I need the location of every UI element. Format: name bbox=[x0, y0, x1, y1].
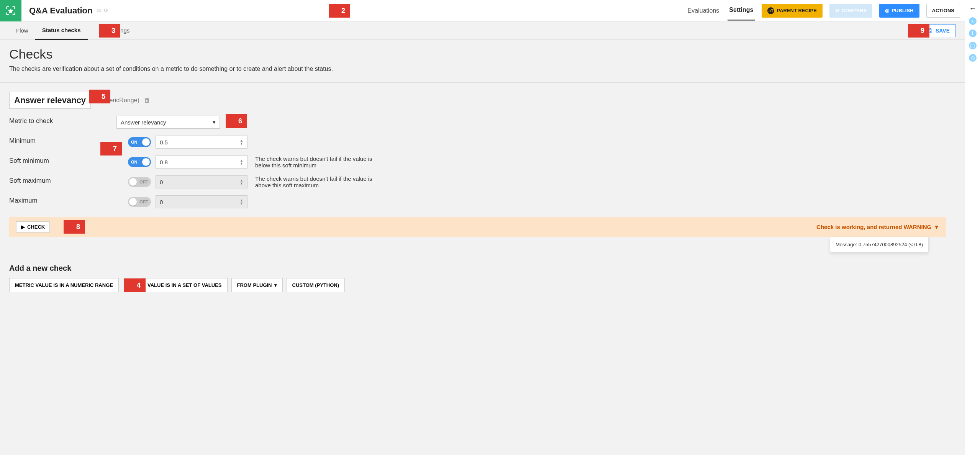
max-label: Maximum bbox=[9, 195, 109, 205]
subtabs: Flow Status checks settings SAVE 3 9 bbox=[0, 21, 965, 40]
max-input: 0▲▼ bbox=[156, 195, 247, 208]
back-icon[interactable]: ← bbox=[969, 5, 976, 13]
save-label: SAVE bbox=[936, 28, 950, 34]
add-icon[interactable]: ＋ bbox=[969, 17, 977, 25]
run-check-button[interactable]: ▶CHECK bbox=[16, 221, 50, 232]
app-logo bbox=[0, 0, 21, 21]
subtab-status-checks[interactable]: Status checks bbox=[35, 21, 88, 40]
callout-3: 3 bbox=[107, 24, 120, 38]
caret-down-icon: ▾ bbox=[274, 282, 277, 288]
callout-9: 9 bbox=[916, 24, 929, 38]
callout-4: 4 bbox=[132, 278, 146, 292]
nav-evaluations[interactable]: Evaluations bbox=[686, 1, 721, 20]
add-custom-python-button[interactable]: CUSTOM (PYTHON) bbox=[287, 278, 345, 292]
add-numeric-range-button[interactable]: METRIC VALUE IS IN A NUMERIC RANGE bbox=[9, 278, 119, 292]
callout-8: 8 bbox=[71, 220, 85, 234]
run-check-label: CHECK bbox=[27, 224, 45, 230]
compare-label: COMPARE bbox=[842, 8, 867, 13]
nav-settings[interactable]: Settings bbox=[728, 0, 755, 21]
add-from-plugin-button[interactable]: FROM PLUGIN ▾ bbox=[231, 278, 283, 292]
content: Checks The checks are verification about… bbox=[0, 40, 965, 455]
check-name-input[interactable]: Answer relevancy bbox=[9, 92, 91, 109]
add-new-heading: Add a new check bbox=[9, 264, 955, 273]
stepper-icon[interactable]: ▲▼ bbox=[240, 159, 243, 165]
callout-6: 6 bbox=[233, 114, 247, 128]
callout-2: 2 bbox=[336, 4, 350, 18]
min-input[interactable]: 0.5▲▼ bbox=[156, 136, 247, 149]
subtab-flow[interactable]: Flow bbox=[9, 21, 35, 40]
min-toggle[interactable]: ON bbox=[128, 137, 151, 147]
play-icon: ▶ bbox=[21, 224, 25, 230]
stepper-icon[interactable]: ▲▼ bbox=[240, 139, 243, 145]
callout-5: 5 bbox=[97, 90, 110, 103]
topbar: Q&A Evaluation ⧉ ⟳ Evaluations Settings … bbox=[0, 0, 965, 21]
copy-icon[interactable]: ⧉ bbox=[97, 7, 101, 14]
parent-recipe-button[interactable]: aTPARENT RECIPE bbox=[762, 4, 823, 18]
publish-button[interactable]: ◎PUBLISH bbox=[879, 4, 919, 18]
softmin-toggle[interactable]: ON bbox=[128, 157, 151, 167]
add-set-of-values-button[interactable]: VALUE IS IN A SET OF VALUES bbox=[142, 278, 228, 292]
chevron-down-icon: ▾ bbox=[213, 119, 216, 126]
stepper-icon: ▲▼ bbox=[240, 199, 243, 205]
softmin-label: Soft minimum bbox=[9, 155, 109, 165]
check-status[interactable]: Check is working, and returned WARNING▼ bbox=[816, 224, 939, 230]
softmin-input[interactable]: 0.8▲▼ bbox=[156, 155, 247, 169]
info-icon[interactable]: i bbox=[969, 29, 977, 37]
compare-button: ⇄COMPARE bbox=[829, 4, 872, 18]
actions-button[interactable]: ACTIONS bbox=[926, 4, 960, 18]
parent-recipe-label: PARENT RECIPE bbox=[777, 8, 817, 13]
metric-select[interactable]: Answer relevancy ▾ bbox=[116, 116, 220, 129]
globe-icon[interactable]: ◯ bbox=[969, 42, 977, 49]
history-icon[interactable]: ⟳ bbox=[104, 7, 108, 14]
callout-7: 7 bbox=[108, 142, 122, 155]
metric-select-value: Answer relevancy bbox=[121, 119, 166, 126]
clock-icon[interactable]: ◷ bbox=[969, 54, 977, 62]
checks-subtitle: The checks are verification about a set … bbox=[9, 65, 965, 72]
softmin-hint: The check warns but doesn't fail if the … bbox=[255, 155, 385, 169]
softmax-input: 0▲▼ bbox=[156, 175, 247, 188]
checks-heading: Checks bbox=[9, 47, 965, 62]
right-rail: ← ＋ i ◯ ◷ bbox=[965, 0, 980, 455]
softmax-toggle[interactable]: OFF bbox=[128, 177, 151, 187]
softmax-label: Soft maximum bbox=[9, 175, 109, 185]
stepper-icon: ▲▼ bbox=[240, 179, 243, 185]
publish-label: PUBLISH bbox=[892, 8, 913, 13]
max-toggle[interactable]: OFF bbox=[128, 197, 151, 207]
page-title: Q&A Evaluation bbox=[29, 6, 92, 16]
check-status-message: Message: 0.7557427000892524 (< 0.8) bbox=[830, 237, 929, 252]
min-label: Minimum bbox=[9, 136, 109, 145]
chevron-down-icon: ▼ bbox=[934, 224, 939, 230]
metric-label: Metric to check bbox=[9, 116, 109, 125]
softmax-hint: The check warns but doesn't fail if the … bbox=[255, 175, 385, 188]
delete-check-icon[interactable]: 🗑 bbox=[144, 97, 150, 104]
